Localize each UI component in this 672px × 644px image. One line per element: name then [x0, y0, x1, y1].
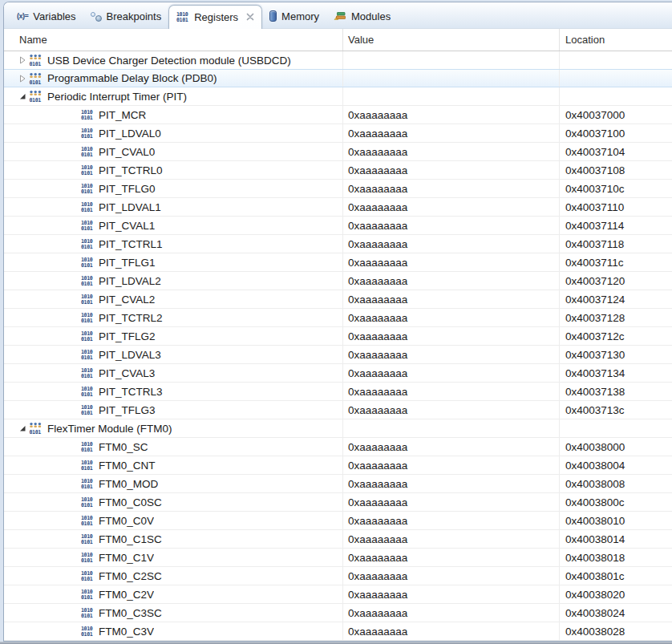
- value-cell[interactable]: 0xaaaaaaaa: [342, 309, 559, 326]
- tab-close-icon[interactable]: [246, 13, 254, 21]
- column-header-value[interactable]: Value: [342, 29, 559, 51]
- register-row[interactable]: 1010 0101 FTM0_C3SC 0xaaaaaaaa 0x4003802…: [4, 604, 672, 622]
- tab-breakpoints[interactable]: Breakpoints: [83, 6, 169, 28]
- column-header-name[interactable]: Name: [4, 29, 342, 51]
- svg-text:0101: 0101: [81, 281, 93, 287]
- register-row[interactable]: 1010 0101 PIT_TFLG1 0xaaaaaaaa 0x4003711…: [4, 253, 672, 272]
- svg-text:0101: 0101: [81, 373, 93, 379]
- value-cell[interactable]: 0xaaaaaaaa: [342, 290, 559, 308]
- value-cell[interactable]: 0xaaaaaaaa: [342, 622, 559, 640]
- tab-modules[interactable]: Modules: [326, 6, 398, 28]
- value-cell[interactable]: 0xaaaaaaaa: [342, 161, 559, 179]
- name-cell: 1010 0101 PIT_TFLG2: [4, 327, 342, 345]
- register-row[interactable]: 1010 0101 PIT_TFLG2 0xaaaaaaaa 0x4003712…: [4, 327, 672, 346]
- register-row[interactable]: 1010 0101 PIT_TCTRL1 0xaaaaaaaa 0x400371…: [4, 235, 672, 253]
- value-cell[interactable]: 0xaaaaaaaa: [342, 604, 559, 622]
- register-label: FTM0_C3V: [99, 626, 154, 638]
- register-icon: 1010 0101: [81, 330, 94, 342]
- value-cell[interactable]: 0xaaaaaaaa: [342, 364, 559, 382]
- register-row[interactable]: 1010 0101 PIT_CVAL1 0xaaaaaaaa 0x4003711…: [4, 217, 672, 235]
- location-cell: [559, 70, 672, 87]
- register-row[interactable]: 1010 0101 FTM0_C1V 0xaaaaaaaa 0x40038018: [4, 549, 672, 567]
- tab-variables[interactable]: (x)= Variables: [10, 6, 83, 28]
- register-group-row[interactable]: 0101 Programmable Delay Block (PDB0): [4, 69, 672, 87]
- value-cell[interactable]: 0xaaaaaaaa: [342, 456, 559, 474]
- value-cell[interactable]: 0xaaaaaaaa: [342, 106, 559, 124]
- tree-expander[interactable]: [16, 87, 29, 105]
- svg-text:0101: 0101: [81, 410, 93, 416]
- value-cell[interactable]: 0xaaaaaaaa: [342, 401, 559, 419]
- value-cell[interactable]: 0xaaaaaaaa: [342, 383, 559, 400]
- value-cell[interactable]: 0xaaaaaaaa: [342, 493, 559, 511]
- register-label: PIT_TCTRL0: [99, 164, 163, 176]
- register-row[interactable]: 1010 0101 FTM0_C2SC 0xaaaaaaaa 0x4003801…: [4, 567, 672, 585]
- group-label: USB Device Charger Detection module (USB…: [47, 55, 291, 67]
- register-row[interactable]: 1010 0101 FTM0_C1SC 0xaaaaaaaa 0x4003801…: [4, 530, 672, 549]
- value-cell[interactable]: 0xaaaaaaaa: [342, 272, 559, 290]
- register-row[interactable]: 1010 0101 PIT_TCTRL0 0xaaaaaaaa 0x400371…: [4, 161, 672, 180]
- register-row[interactable]: 1010 0101 PIT_LDVAL3 0xaaaaaaaa 0x400371…: [4, 346, 672, 364]
- svg-text:0101: 0101: [176, 17, 188, 23]
- register-row[interactable]: 1010 0101 PIT_MCR 0xaaaaaaaa 0x40037000: [4, 106, 672, 124]
- register-row[interactable]: 1010 0101 PIT_CVAL3 0xaaaaaaaa 0x4003713…: [4, 364, 672, 383]
- register-icon: 1010 0101: [81, 256, 94, 269]
- column-header-location[interactable]: Location: [559, 29, 672, 51]
- value-cell[interactable]: 0xaaaaaaaa: [342, 124, 559, 142]
- tree-expander[interactable]: [16, 51, 29, 69]
- register-row[interactable]: 1010 0101 FTM0_CNT 0xaaaaaaaa 0x40038004: [4, 456, 672, 475]
- location-cell: [559, 51, 672, 69]
- register-row[interactable]: 1010 0101 PIT_LDVAL1 0xaaaaaaaa 0x400371…: [4, 198, 672, 217]
- value-cell[interactable]: 0xaaaaaaaa: [342, 217, 559, 234]
- value-cell[interactable]: 0xaaaaaaaa: [342, 530, 559, 548]
- register-row[interactable]: 1010 0101 FTM0_C2V 0xaaaaaaaa 0x40038020: [4, 585, 672, 604]
- register-row[interactable]: 1010 0101 FTM0_SC 0xaaaaaaaa 0x40038000: [4, 438, 672, 456]
- register-row[interactable]: 1010 0101 PIT_TCTRL3 0xaaaaaaaa 0x400371…: [4, 383, 672, 401]
- tab-memory[interactable]: Memory: [262, 6, 326, 28]
- register-row[interactable]: 1010 0101 FTM0_C3V 0xaaaaaaaa 0x40038028: [4, 622, 672, 641]
- tree-expander[interactable]: [16, 419, 29, 437]
- register-icon: 1010 0101: [81, 219, 94, 232]
- register-label: PIT_LDVAL0: [99, 128, 161, 140]
- register-row[interactable]: 1010 0101 FTM0_C0SC 0xaaaaaaaa 0x4003800…: [4, 493, 672, 512]
- tree-expander[interactable]: [16, 70, 29, 87]
- register-row[interactable]: 1010 0101 PIT_LDVAL0 0xaaaaaaaa 0x400371…: [4, 124, 672, 143]
- location-cell: 0x40038008: [559, 475, 672, 492]
- location-cell: 0x4003710c: [559, 180, 672, 197]
- name-cell: 1010 0101 PIT_TCTRL1: [4, 235, 342, 253]
- value-cell: [342, 87, 559, 105]
- register-row[interactable]: 1010 0101 PIT_CVAL2 0xaaaaaaaa 0x4003712…: [4, 290, 672, 309]
- value-cell[interactable]: 0xaaaaaaaa: [342, 198, 559, 216]
- location-cell: 0x4003800c: [559, 493, 672, 511]
- tab-registers[interactable]: 1010 0101 Registers: [168, 5, 262, 29]
- value-cell[interactable]: 0xaaaaaaaa: [342, 475, 559, 492]
- name-cell: 1010 0101 PIT_TCTRL3: [4, 383, 342, 400]
- name-cell: 1010 0101 PIT_CVAL0: [4, 143, 342, 160]
- register-group-icon: 0101: [29, 54, 43, 67]
- register-row[interactable]: 1010 0101 PIT_TFLG0 0xaaaaaaaa 0x4003710…: [4, 180, 672, 198]
- register-row[interactable]: 1010 0101 PIT_LDVAL2 0xaaaaaaaa 0x400371…: [4, 272, 672, 290]
- register-row[interactable]: 1010 0101 PIT_CVAL0 0xaaaaaaaa 0x4003710…: [4, 143, 672, 161]
- register-row[interactable]: 1010 0101 FTM0_MOD 0xaaaaaaaa 0x40038008: [4, 475, 672, 493]
- value-cell[interactable]: 0xaaaaaaaa: [342, 235, 559, 253]
- value-cell[interactable]: 0xaaaaaaaa: [342, 180, 559, 197]
- value-cell[interactable]: 0xaaaaaaaa: [342, 143, 559, 160]
- value-cell[interactable]: 0xaaaaaaaa: [342, 346, 559, 363]
- register-row[interactable]: 1010 0101 PIT_TCTRL2 0xaaaaaaaa 0x400371…: [4, 309, 672, 327]
- value-cell: [342, 51, 559, 69]
- value-cell[interactable]: 0xaaaaaaaa: [342, 549, 559, 566]
- register-row[interactable]: 1010 0101 PIT_TFLG3 0xaaaaaaaa 0x4003713…: [4, 401, 672, 419]
- svg-text:0101: 0101: [81, 502, 93, 508]
- value-cell[interactable]: 0xaaaaaaaa: [342, 512, 559, 529]
- register-group-row[interactable]: 0101 FlexTimer Module (FTM0): [4, 419, 672, 438]
- value-cell[interactable]: 0xaaaaaaaa: [342, 438, 559, 456]
- value-cell[interactable]: 0xaaaaaaaa: [342, 567, 559, 585]
- value-cell[interactable]: 0xaaaaaaaa: [342, 327, 559, 345]
- registers-view-panel: (x)= Variables Breakpoints 1010 0101 Reg…: [3, 2, 672, 642]
- register-group-row[interactable]: 0101 USB Device Charger Detection module…: [4, 51, 672, 70]
- location-cell: 0x40038010: [559, 512, 672, 529]
- value-cell[interactable]: 0xaaaaaaaa: [342, 585, 559, 603]
- register-row[interactable]: 1010 0101 FTM0_C0V 0xaaaaaaaa 0x40038010: [4, 512, 672, 530]
- location-cell: 0x40038020: [559, 585, 672, 603]
- register-group-row[interactable]: 0101 Periodic Interrupt Timer (PIT): [4, 87, 672, 106]
- value-cell[interactable]: 0xaaaaaaaa: [342, 253, 559, 271]
